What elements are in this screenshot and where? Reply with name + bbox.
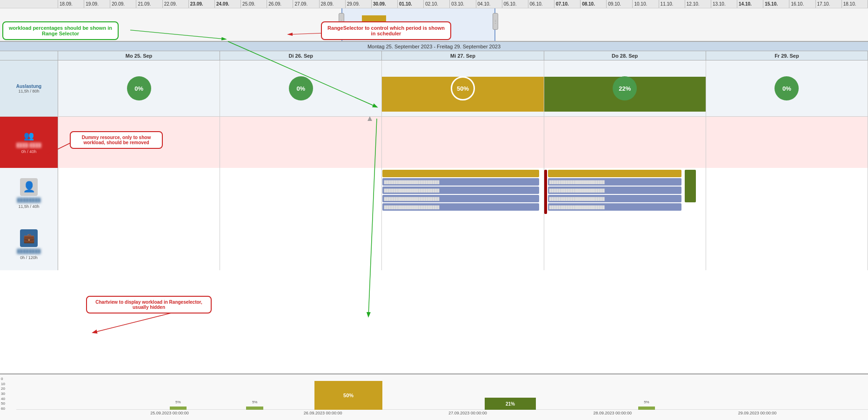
- task-bar-wed-3[interactable]: ████████████████████████: [382, 187, 539, 194]
- person1-cell-tue: [220, 168, 382, 219]
- person2-cell-wed: [382, 219, 544, 270]
- pct-circle-wed: 50%: [451, 76, 475, 100]
- col-header-wed: Mi 27. Sep: [382, 51, 544, 60]
- timeline-tick: 14.10.: [737, 0, 763, 8]
- pct-circle-tue: 0%: [289, 76, 313, 100]
- person1-cell-thu[interactable]: ████████████████████████ ███████████████…: [544, 168, 706, 219]
- task-bar-wed-1[interactable]: [382, 170, 539, 177]
- timeline-tick: 03.10.: [450, 0, 476, 8]
- briefcase-icon: 💼: [23, 233, 35, 244]
- pct-circle-fri: 0%: [775, 76, 799, 100]
- chart-x-labels: 25.09.2023 00:00:00 26.09.2023 00:00:00 …: [16, 411, 868, 420]
- pct-circle-thu: 22%: [613, 76, 637, 100]
- person2-cell-thu: [544, 219, 706, 270]
- annotation-range-selector: RangeSelector to control which period is…: [321, 21, 451, 40]
- chart-bar-small-2: 5%: [246, 407, 263, 410]
- timeline-tick: 30.09.: [372, 0, 398, 8]
- col-header-fri: Fr 29. Sep: [706, 51, 868, 60]
- timeline-tick: 09.10.: [607, 0, 633, 8]
- resource-hours-dummy: 0h / 40h: [21, 149, 37, 154]
- timeline-tick: 10.10.: [633, 0, 659, 8]
- timeline-tick: 11.10.: [659, 0, 685, 8]
- chart-grid-line: [16, 409, 868, 410]
- resource-name-dummy: ████ ████: [16, 143, 41, 147]
- workload-cell-thu: 22%: [544, 60, 706, 116]
- annotation-dummy-resource: Dummy resource, only to show workload, s…: [70, 131, 163, 149]
- timeline-tick: 26.09.: [267, 0, 293, 8]
- task-bar-wed-4[interactable]: ████████████████████████: [382, 195, 539, 202]
- svg-line-3: [93, 312, 177, 333]
- row-header-spacer: [0, 51, 58, 60]
- timeline-tick: 16.10.: [789, 0, 815, 8]
- task-bar-thu-2[interactable]: ████████████████████████: [548, 187, 681, 194]
- person2-cell-fri: [706, 219, 868, 270]
- person2-cell-tue: [220, 219, 382, 270]
- timeline-tick: 24.09.: [215, 0, 241, 8]
- resource-hours-person2: 0h / 120h: [20, 255, 38, 260]
- annotation-workload-pct: workload percentages should be shown in …: [2, 21, 119, 40]
- task-bar-thu-gold[interactable]: [548, 170, 681, 177]
- chart-bar-green: 21%: [485, 398, 536, 410]
- dummy-cell-thu: [544, 117, 706, 168]
- timeline-tick: 13.10.: [711, 0, 737, 8]
- task-bar-thu-4[interactable]: ████████████████████████: [548, 203, 681, 211]
- timeline-tick: 25.09.: [241, 0, 267, 8]
- col-header-tue: Di 26. Sep: [220, 51, 382, 60]
- task-bar-wed-5[interactable]: ████████████████████████: [382, 203, 539, 211]
- timeline-tick: 06.10.: [528, 0, 554, 8]
- dummy-cell-fri: [706, 117, 868, 168]
- timeline-tick: 17.10.: [816, 0, 842, 8]
- workload-row: Auslastung 11,5h / 80h 0% 0%: [0, 60, 868, 117]
- chart-bar-small-3: 5%: [638, 407, 655, 410]
- timeline-tick: 08.10.: [581, 0, 607, 8]
- timeline-tick: 15.10.: [763, 0, 789, 8]
- dummy-cell-tue: [220, 117, 382, 168]
- task-bar-wed-2[interactable]: ████████████████████████: [382, 178, 539, 186]
- timeline-tick: 20.09.: [110, 0, 136, 8]
- task-bar-thu-1[interactable]: ████████████████████████: [548, 178, 681, 186]
- workload-hours: 11,5h / 80h: [18, 89, 39, 93]
- col-header-mon: Mo 25. Sep: [58, 51, 220, 60]
- resource-hours-person1: 11,5h / 40h: [18, 204, 39, 209]
- timeline-tick: 21.09.: [136, 0, 162, 8]
- timeline-tick: 23.09.: [189, 0, 215, 8]
- resource-row-person2: 💼 ████████ 0h / 120h: [0, 219, 868, 270]
- timeline-tick: 18.10.: [842, 0, 868, 8]
- timeline-tick: 04.10.: [476, 0, 502, 8]
- chart-y-labels: 60 50 40 30 20 10 0: [0, 377, 6, 411]
- person1-cell-fri: [706, 168, 868, 219]
- resource-row-person1: 👤 ████████ 11,5h / 40h █████████████████…: [0, 168, 868, 219]
- timeline-tick: 29.09.: [346, 0, 372, 8]
- range-selector[interactable]: 50% 21% ⋮ ⋮: [0, 8, 868, 42]
- timeline-tick: 19.09.: [84, 0, 110, 8]
- task-bar-thu-3[interactable]: ████████████████████████: [548, 195, 681, 202]
- timeline-tick: 05.10.: [502, 0, 528, 8]
- timeline-tick: 22.09.: [163, 0, 189, 8]
- timeline-header: 18.09.19.09.20.09.21.09.22.09.23.09.24.0…: [0, 0, 868, 8]
- workload-cell-wed: 50%: [382, 60, 544, 116]
- workload-cell-mon: 0%: [58, 60, 220, 116]
- person1-cell-wed[interactable]: ████████████████████████ ███████████████…: [382, 168, 544, 219]
- annotation-chart-view: Chartview to display workload in Rangese…: [86, 296, 212, 313]
- workload-label: Auslastung: [16, 84, 41, 89]
- workload-cell-tue: 0%: [220, 60, 382, 116]
- chart-bar-small-1: 5%: [170, 407, 187, 410]
- pct-circle-mon: 0%: [127, 76, 151, 100]
- period-header: Montag 25. September 2023 - Freitag 29. …: [0, 42, 868, 51]
- person-icon: 👤: [23, 181, 35, 193]
- resource-avatar-dummy: 👥: [24, 131, 34, 141]
- users-icon: 👥: [24, 131, 34, 141]
- task-bar-thu-accent: [544, 170, 547, 214]
- dummy-cell-wed: [382, 117, 544, 168]
- timeline-tick: 18.09.: [58, 0, 84, 8]
- chart-bar-gold: 50%: [314, 381, 382, 410]
- resource-avatar-person2: 💼: [20, 229, 38, 247]
- resource-name-person1: ████████: [17, 198, 40, 202]
- resource-name-person2: ████████: [17, 249, 40, 253]
- resource-avatar-person1: 👤: [20, 178, 38, 196]
- person2-cell-mon: [58, 219, 220, 270]
- workload-cell-fri: 0%: [706, 60, 868, 116]
- range-right-handle[interactable]: ⋮: [493, 13, 498, 30]
- timeline-tick: 27.09.: [293, 0, 319, 8]
- col-header-thu: Do 28. Sep: [544, 51, 706, 60]
